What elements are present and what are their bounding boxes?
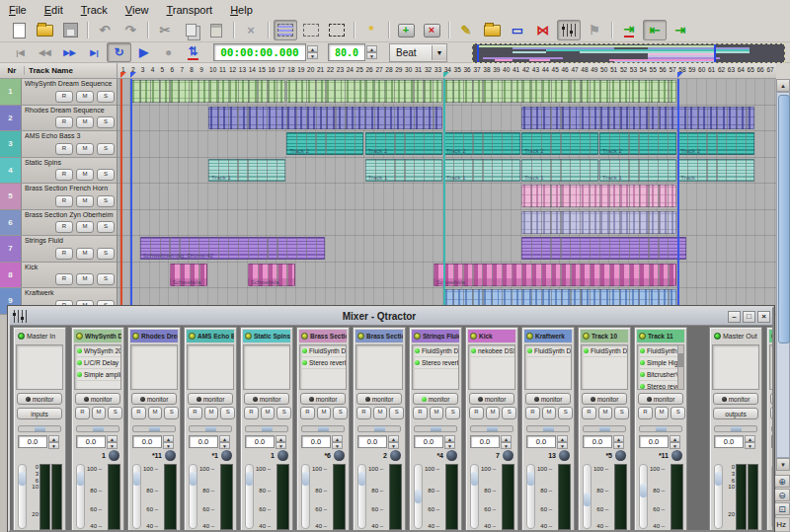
fader-handle[interactable] (584, 493, 591, 506)
fast-forward-button[interactable]: ▶▶ (57, 42, 82, 62)
gain-value[interactable]: 0.0 (301, 435, 331, 448)
volume-fader[interactable] (132, 464, 141, 529)
zoom-in-icon[interactable]: ⊕ (774, 475, 790, 488)
markers-button[interactable]: ⚑ (583, 20, 606, 40)
play-button[interactable]: ▶ (131, 42, 156, 62)
track-m-button[interactable]: M (76, 221, 94, 233)
maximize-icon[interactable]: □ (743, 311, 755, 323)
pan-slider[interactable] (470, 425, 514, 432)
gain-value[interactable]: 0.0 (639, 435, 669, 448)
strip-s-button[interactable]: S (445, 407, 460, 419)
strip-m-button[interactable]: M (542, 407, 557, 419)
monitor-button[interactable]: monitor (469, 393, 514, 405)
plugin-item[interactable]: nekobee DSSI (469, 345, 514, 357)
fader-handle[interactable] (640, 484, 647, 497)
timeline-ruler[interactable]: 1234567891011121314151617181920212223242… (118, 63, 776, 79)
plugin-list[interactable] (712, 344, 759, 390)
pan-slider[interactable] (132, 425, 176, 432)
pan-handle[interactable] (35, 426, 45, 431)
pan-handle[interactable] (374, 426, 385, 431)
paste-button[interactable] (204, 20, 228, 40)
pan-slider[interactable] (771, 425, 774, 432)
monitor-button[interactable]: monitor (188, 393, 233, 405)
strip-m-button[interactable]: M (486, 407, 501, 419)
pan-handle[interactable] (599, 426, 610, 431)
midi-clip[interactable] (130, 80, 285, 103)
monitor-button[interactable]: monitor (17, 393, 62, 405)
plugin-list[interactable]: FluidSynth DSSimple High PBitcrusherVSSt… (637, 344, 684, 390)
gain-value[interactable]: 0.0 (771, 435, 774, 448)
plugin-list[interactable]: WhySynth 200L/C/R DelaySimple amplifier (74, 344, 121, 390)
files-window-button[interactable] (480, 20, 504, 40)
volume-fader[interactable] (526, 464, 535, 529)
strip-m-button[interactable]: M (204, 407, 219, 419)
plugin-item[interactable]: FluidSynth DSS (525, 345, 571, 357)
plugin-item[interactable]: FluidSynth DSS (413, 345, 458, 357)
clips-window-button[interactable]: ▭ (506, 20, 529, 40)
add-track-button[interactable]: + (394, 20, 418, 40)
strip-m-button[interactable]: M (598, 407, 613, 419)
volume-fader[interactable] (470, 464, 479, 529)
gain-spinner[interactable]: ▲▼ (276, 435, 286, 448)
fader-handle[interactable] (471, 472, 478, 486)
gain-spinner[interactable]: ▲▼ (501, 435, 512, 448)
fader-handle[interactable] (527, 472, 534, 486)
strip-header[interactable]: Master In (16, 330, 63, 342)
pan-slider[interactable] (714, 425, 757, 432)
plugin-list-scrollbar[interactable] (677, 345, 683, 389)
monitor-button[interactable]: monitor (300, 393, 346, 405)
pan-handle[interactable] (93, 426, 104, 431)
strip-r-button[interactable]: R (75, 407, 90, 419)
strip-r-button[interactable]: R (582, 407, 596, 419)
select-mode-rect-button[interactable] (325, 20, 349, 40)
delete-button[interactable]: × (239, 20, 263, 40)
loop-start-marker-button[interactable]: ⇤ (643, 20, 667, 40)
strip-header[interactable]: AMS Echo Ba (187, 330, 234, 342)
menu-item-file[interactable]: File (0, 2, 36, 18)
plugin-item[interactable]: FluidSynth DSS (300, 345, 346, 357)
vertical-scrollbar-thumb[interactable] (778, 95, 790, 343)
tempo-spinner[interactable]: ▲▼ (366, 45, 377, 59)
strip-m-button[interactable]: M (317, 407, 332, 419)
volume-fader[interactable] (771, 464, 774, 529)
loop-end-marker-button[interactable]: ⇥ (669, 20, 692, 40)
pan-slider[interactable] (245, 425, 288, 432)
track-s-button[interactable]: S (97, 195, 115, 207)
track-row[interactable]: 6Brass Section Zyn OberheimRMS (0, 210, 118, 237)
menu-item-view[interactable]: View (117, 2, 158, 18)
volume-fader[interactable] (245, 464, 254, 529)
strip-m-button[interactable]: M (430, 407, 444, 419)
plugin-list[interactable] (243, 344, 290, 390)
gain-spinner[interactable]: ▲▼ (48, 435, 59, 448)
gain-value[interactable]: 0.0 (357, 435, 387, 448)
gain-value[interactable]: 0.0 (414, 435, 443, 448)
vertical-scrollbar[interactable] (776, 92, 790, 458)
midi-clip[interactable]: Schwebkla (434, 264, 677, 286)
gain-value[interactable]: 0.0 (76, 435, 106, 448)
volume-fader[interactable] (639, 464, 648, 529)
pan-knob[interactable] (503, 450, 514, 461)
track-m-button[interactable]: M (76, 116, 94, 128)
pan-knob[interactable] (390, 450, 401, 461)
track-r-button[interactable]: R (55, 195, 73, 207)
monitor-button[interactable]: monitor (582, 393, 627, 405)
pan-handle[interactable] (656, 426, 667, 431)
midi-clip[interactable] (443, 80, 677, 103)
pan-knob[interactable] (446, 450, 457, 461)
midi-clip[interactable]: Track 1 (521, 159, 598, 182)
fader-handle[interactable] (77, 472, 84, 486)
strip-r-button[interactable]: R (188, 407, 202, 419)
pan-slider[interactable] (639, 425, 682, 432)
gain-value[interactable]: 0.0 (18, 435, 47, 448)
volume-fader[interactable] (357, 464, 366, 529)
track-r-button[interactable]: R (55, 143, 73, 155)
mixer-window-button[interactable] (557, 20, 581, 40)
track-r-button[interactable]: R (55, 91, 73, 103)
strip-s-button[interactable]: S (389, 407, 404, 419)
plugin-list[interactable]: FluidSynth DSSStereo reverb (412, 344, 459, 390)
midi-clip[interactable]: Track 2 (365, 132, 442, 155)
plugin-item[interactable]: WhySynth 200 (75, 345, 120, 357)
open-session-button[interactable] (33, 20, 56, 40)
track-row[interactable]: 4Static SpinsRMS (0, 158, 118, 185)
monitor-button[interactable]: monitor (525, 393, 571, 405)
